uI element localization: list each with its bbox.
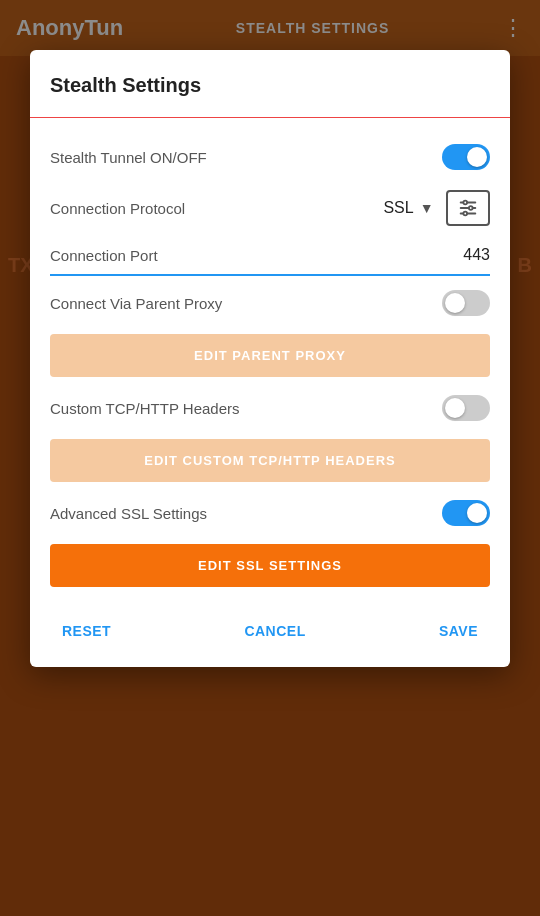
tcp-headers-toggle[interactable] <box>442 395 490 421</box>
connection-port-row: Connection Port <box>50 236 490 276</box>
title-divider <box>30 117 510 118</box>
connection-port-label: Connection Port <box>50 247 390 264</box>
advanced-ssl-row: Advanced SSL Settings <box>50 490 490 536</box>
connection-port-input[interactable] <box>390 246 490 264</box>
toggle-thumb <box>467 147 487 167</box>
advanced-ssl-label: Advanced SSL Settings <box>50 505 442 522</box>
protocol-select-group: SSL ▼ <box>383 190 490 226</box>
tcp-headers-row: Custom TCP/HTTP Headers <box>50 385 490 431</box>
cancel-button[interactable]: CANCEL <box>232 615 317 647</box>
svg-point-3 <box>463 201 467 205</box>
toggle-thumb-tcp <box>445 398 465 418</box>
edit-ssl-settings-button[interactable]: EDIT SSL SETTINGS <box>50 544 490 587</box>
connection-protocol-label: Connection Protocol <box>50 200 383 217</box>
tcp-headers-label: Custom TCP/HTTP Headers <box>50 400 442 417</box>
action-buttons-row: RESET CANCEL SAVE <box>50 611 490 651</box>
stealth-settings-dialog: Stealth Settings Stealth Tunnel ON/OFF C… <box>30 50 510 667</box>
dropdown-arrow-icon[interactable]: ▼ <box>420 200 434 216</box>
edit-tcp-headers-button[interactable]: EDIT CUSTOM TCP/HTTP HEADERS <box>50 439 490 482</box>
toggle-thumb-ssl <box>467 503 487 523</box>
parent-proxy-toggle[interactable] <box>442 290 490 316</box>
sliders-icon <box>457 197 479 219</box>
toggle-thumb-proxy <box>445 293 465 313</box>
svg-point-4 <box>469 206 473 210</box>
protocol-value: SSL <box>383 199 413 217</box>
svg-point-5 <box>463 212 467 216</box>
connection-protocol-row: Connection Protocol SSL ▼ <box>50 180 490 236</box>
stealth-tunnel-label: Stealth Tunnel ON/OFF <box>50 149 442 166</box>
save-button[interactable]: SAVE <box>427 615 490 647</box>
stealth-tunnel-row: Stealth Tunnel ON/OFF <box>50 134 490 180</box>
protocol-settings-button[interactable] <box>446 190 490 226</box>
parent-proxy-row: Connect Via Parent Proxy <box>50 280 490 326</box>
reset-button[interactable]: RESET <box>50 615 123 647</box>
parent-proxy-label: Connect Via Parent Proxy <box>50 295 442 312</box>
edit-parent-proxy-button[interactable]: EDIT PARENT PROXY <box>50 334 490 377</box>
dialog-title: Stealth Settings <box>50 74 490 97</box>
stealth-tunnel-toggle[interactable] <box>442 144 490 170</box>
advanced-ssl-toggle[interactable] <box>442 500 490 526</box>
